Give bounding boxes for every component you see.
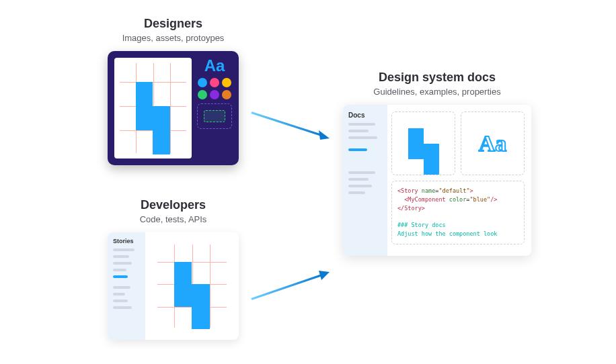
- swatch-icon: [210, 78, 219, 87]
- designers-subtitle: Images, assets, protoypes: [108, 33, 239, 43]
- developers-title: Developers: [108, 198, 239, 212]
- developers-section: Developers Code, tests, APIs Stories: [108, 198, 239, 340]
- swatch-icon: [198, 90, 207, 99]
- tetromino-icon: [174, 262, 209, 307]
- swatch-icon: [222, 78, 231, 87]
- docs-main: Aa <Story name="default"> <MyComponent c…: [387, 105, 531, 256]
- developers-subtitle: Code, tests, APIs: [108, 214, 239, 224]
- svg-line-2: [252, 275, 323, 299]
- designers-title: Designers: [108, 17, 239, 31]
- docs-sidebar: Docs: [343, 105, 387, 256]
- designers-card: Aa: [108, 51, 239, 165]
- story-selected-icon: [113, 275, 128, 278]
- swatch-icon: [198, 78, 207, 87]
- docs-label: Docs: [348, 111, 382, 119]
- color-swatches: [197, 78, 232, 99]
- component-box-icon: [197, 103, 232, 129]
- stories-main: [145, 232, 239, 340]
- stories-sidebar: Stories: [108, 232, 145, 340]
- svg-marker-3: [319, 271, 330, 280]
- docs-card: Docs Aa: [343, 105, 531, 256]
- svg-line-0: [252, 113, 323, 136]
- docs-section: Design system docs Guidelines, examples,…: [343, 71, 531, 256]
- tetromino-icon: [408, 128, 439, 159]
- designers-section: Designers Images, assets, protoypes Aa: [108, 17, 239, 165]
- docs-selected-icon: [348, 148, 367, 151]
- swatch-icon: [222, 90, 231, 99]
- docs-typography-preview: Aa: [461, 111, 525, 175]
- design-canvas: [114, 58, 192, 158]
- docs-code-block: <Story name="default"> <MyComponent colo…: [391, 181, 525, 244]
- stories-label: Stories: [113, 238, 140, 244]
- arrow-icon: [249, 107, 336, 150]
- swatch-icon: [210, 90, 219, 99]
- design-tools: Aa: [197, 58, 232, 158]
- stories-canvas: [152, 239, 232, 333]
- docs-subtitle: Guidelines, examples, properties: [343, 87, 531, 97]
- typography-icon: Aa: [197, 58, 232, 74]
- typography-icon: Aa: [479, 131, 507, 156]
- tetromino-icon: [136, 82, 170, 130]
- arrow-icon: [249, 265, 336, 308]
- docs-title: Design system docs: [343, 71, 531, 85]
- developers-card: Stories: [108, 232, 239, 340]
- svg-marker-1: [319, 130, 330, 140]
- docs-component-preview: [391, 111, 455, 175]
